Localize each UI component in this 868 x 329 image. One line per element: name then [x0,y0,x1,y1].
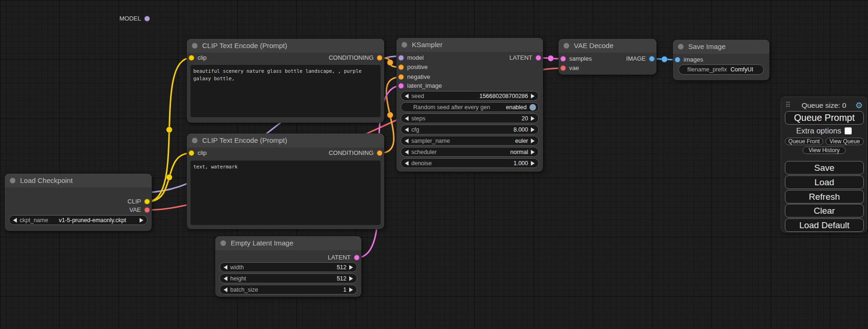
extra-options-checkbox[interactable] [845,127,852,134]
widget-arrow-left-icon[interactable] [224,287,227,292]
output-label: MODEL [120,15,141,22]
widget-arrow-right-icon[interactable] [531,116,535,121]
widget-arrow-left-icon[interactable] [405,139,409,143]
node-clip-text-encode-positive[interactable]: CLIP Text Encode (Prompt) clip CONDITION… [187,39,384,123]
widget-arrow-right-icon[interactable] [349,287,353,292]
load-button[interactable]: Load [785,175,864,189]
widget-label: denoise [411,160,432,167]
output-port-latent[interactable] [536,55,541,61]
node-title-bar[interactable]: KSampler [396,38,543,52]
widget-arrow-left-icon[interactable] [405,127,409,132]
widget-value: ComfyUI [727,66,757,73]
widget-arrow-right-icon[interactable] [531,127,535,132]
output-port-conditioning[interactable] [377,150,382,156]
widget-scheduler[interactable]: scheduler normal [401,147,539,157]
node-save-image[interactable]: Save Image images filename_prefix ComfyU… [673,40,769,80]
save-button[interactable]: Save [785,161,864,175]
link-clip-negative [148,153,191,202]
queue-panel[interactable]: ⠿ Queue size: 0 ⚙ Queue Prompt Extra opt… [781,97,867,232]
widget-arrow-left-icon[interactable] [224,265,227,270]
node-title-bar[interactable]: CLIP Text Encode (Prompt) [187,133,384,147]
output-port-model[interactable] [144,16,150,21]
node-title-bar[interactable]: Save Image [673,40,769,54]
node-collapse-dot[interactable] [402,42,407,48]
input-port-latent-image[interactable] [398,83,404,89]
refresh-button[interactable]: Refresh [785,190,864,203]
node-collapse-dot[interactable] [564,43,569,49]
output-port-latent[interactable] [354,255,360,260]
input-port-vae[interactable] [560,65,566,71]
widget-label: Random seed after every gen [413,104,490,111]
toggle-knob-icon[interactable] [529,104,536,111]
gear-icon[interactable]: ⚙ [855,100,863,111]
input-port-positive[interactable] [398,64,404,70]
node-title-bar[interactable]: Empty Latent Image [215,236,361,250]
view-queue-button[interactable]: View Queue [826,138,864,145]
widget-seed[interactable]: seed 156680208700286 [401,91,539,101]
output-label: LATENT [328,254,351,261]
widget-arrow-right-icon[interactable] [531,94,535,98]
widget-ckpt-name[interactable]: ckpt_name v1-5-pruned-emaonly.ckpt [9,215,148,225]
node-collapse-dot[interactable] [10,178,15,183]
input-port-negative[interactable] [398,74,404,80]
widget-width[interactable]: width 512 [219,262,357,272]
widget-random-seed-toggle[interactable]: Random seed after every gen enabled [401,102,539,112]
widget-arrow-left-icon[interactable] [405,150,409,154]
widget-arrow-right-icon[interactable] [531,139,535,143]
widget-arrow-right-icon[interactable] [140,218,143,223]
node-title: KSampler [412,41,443,49]
node-title-bar[interactable]: VAE Decode [558,39,656,53]
load-default-button[interactable]: Load Default [785,218,864,232]
prompt-textarea[interactable]: beautiful scenery nature glass bottle la… [191,65,381,117]
output-port-image[interactable] [649,56,655,62]
view-history-button[interactable]: View History [803,147,846,154]
output-label: CONDITIONING [329,54,374,61]
node-collapse-dot[interactable] [192,138,198,143]
widget-value: 156680208700286 [424,93,528,99]
widget-label: filename_prefix [687,66,727,73]
output-port-clip[interactable] [144,199,150,204]
link-midpoint-dot [387,112,393,118]
node-clip-text-encode-negative[interactable]: CLIP Text Encode (Prompt) clip CONDITION… [187,133,384,229]
widget-arrow-right-icon[interactable] [531,161,535,166]
output-port-conditioning[interactable] [377,55,382,61]
node-load-checkpoint[interactable]: Load Checkpoint MODEL CLIP VAE ckpt_name… [5,174,152,231]
link-midpoint-dot [166,175,172,181]
widget-arrow-right-icon[interactable] [349,265,353,270]
widget-value: normal [437,149,528,155]
widget-filename-prefix[interactable]: filename_prefix ComfyUI [678,64,764,75]
widget-arrow-left-icon[interactable] [405,161,409,166]
widget-arrow-left-icon[interactable] [13,218,17,223]
widget-arrow-right-icon[interactable] [531,150,535,154]
graph-canvas[interactable]: Load Checkpoint MODEL CLIP VAE ckpt_name… [0,0,868,329]
widget-steps[interactable]: steps 20 [401,113,539,123]
queue-front-button[interactable]: Queue Front [785,138,823,145]
prompt-textarea[interactable]: text, watermark [191,161,381,225]
widget-arrow-right-icon[interactable] [349,276,353,281]
widget-sampler-name[interactable]: sampler_name euler [401,136,539,146]
widget-height[interactable]: height 512 [219,273,357,283]
input-port-images[interactable] [675,57,680,63]
node-title-bar[interactable]: Load Checkpoint [5,174,152,188]
node-collapse-dot[interactable] [220,240,226,246]
widget-denoise[interactable]: denoise 1.000 [401,158,539,168]
node-ksampler[interactable]: KSampler model positive negative latent_… [396,38,543,172]
link-clip-positive [148,58,191,202]
node-title-bar[interactable]: CLIP Text Encode (Prompt) [187,39,384,53]
node-collapse-dot[interactable] [678,44,684,49]
node-empty-latent-image[interactable]: Empty Latent Image LATENT width 512 heig… [215,236,361,297]
widget-arrow-left-icon[interactable] [405,116,409,121]
widget-cfg[interactable]: cfg 8.000 [401,125,539,134]
output-port-vae[interactable] [144,207,150,213]
output-label: VAE [129,206,141,213]
queue-prompt-button[interactable]: Queue Prompt [785,111,864,125]
clear-button[interactable]: Clear [785,204,864,217]
node-collapse-dot[interactable] [192,43,198,49]
input-label: images [684,56,703,63]
widget-batch-size[interactable]: batch_size 1 [219,285,357,294]
output-label: CLIP [127,198,141,205]
node-vae-decode[interactable]: VAE Decode samples vae IMAGE [558,39,656,75]
widget-arrow-left-icon[interactable] [405,94,409,98]
widget-value: 20 [425,115,528,122]
widget-arrow-left-icon[interactable] [224,276,227,281]
